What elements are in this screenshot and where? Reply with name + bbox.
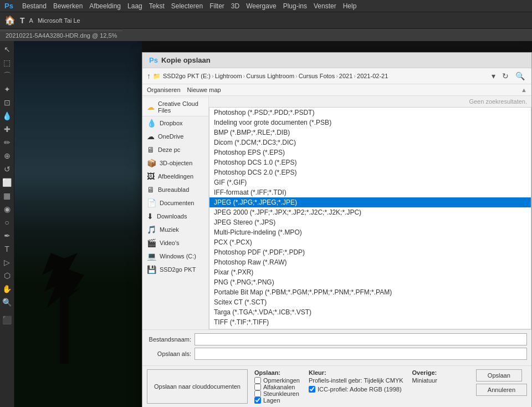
cancel-button[interactable]: Annuleren xyxy=(476,384,527,396)
sidebar-item-bureaublad[interactable]: 🖥 Bureaublad xyxy=(142,183,208,196)
brush-tool[interactable]: ✏ xyxy=(1,136,13,149)
format-item-18[interactable]: Portable Bit Map (*.PBM;*.PGM;*.PPM;*.PN… xyxy=(209,287,531,297)
nav-path-cursus-fotos[interactable]: Cursus Fotos xyxy=(299,73,335,79)
ok-button[interactable]: Opslaan xyxy=(476,369,522,381)
foreground-color[interactable]: ⬛ xyxy=(1,314,13,326)
format-item-8[interactable]: IFF-formaat (*.IFF;*.TDI) xyxy=(209,187,531,197)
save-cloud-button[interactable]: Opslaan naar clouddocumenten xyxy=(147,369,248,404)
pen-tool[interactable]: ✒ xyxy=(1,230,13,242)
sidebar-item-3d[interactable]: 📦 3D-objecten xyxy=(142,156,208,170)
documenten-icon: 📄 xyxy=(147,199,156,207)
canvas-tab[interactable]: 20210221-5A4A3280-HDR.dng @ 12,5% xyxy=(0,30,122,40)
format-item-17[interactable]: PNG (*.PNG;*.PNG) xyxy=(209,277,531,287)
opmerkingen-checkbox[interactable] xyxy=(254,377,261,384)
text-tool-icon[interactable]: T xyxy=(20,16,25,25)
nav-path-cursus-lr[interactable]: Cursus Lightroom xyxy=(246,73,294,79)
format-item-16[interactable]: Pixar (*.PXR) xyxy=(209,267,531,277)
format-item-12[interactable]: Multi-Picture-indeling (*.MPO) xyxy=(209,227,531,237)
nav-refresh-button[interactable]: ↻ xyxy=(500,70,511,82)
sidebar-item-windows[interactable]: 💻 Windows (C:) xyxy=(142,250,208,263)
sidebar-item-dropbox[interactable]: 💧 Dropbox xyxy=(142,116,208,130)
menu-bestand[interactable]: Bestand xyxy=(22,2,47,10)
cloud-header[interactable]: ☁ Creative Cloud Files xyxy=(142,98,208,116)
format-item-4[interactable]: Photoshop EPS (*.EPS) xyxy=(209,147,531,157)
menu-afbeelding[interactable]: Afbeelding xyxy=(89,2,121,10)
organise-button[interactable]: Organiseren xyxy=(147,87,181,93)
move-tool[interactable]: ↖ xyxy=(1,43,13,55)
nav-search-button[interactable]: 🔍 xyxy=(513,70,527,82)
clone-tool[interactable]: ⊕ xyxy=(1,150,13,162)
nav-path-drive[interactable]: SSD2go PKT (E:) xyxy=(163,73,211,79)
menu-3d[interactable]: 3D xyxy=(231,2,239,10)
sidebar-item-ssd[interactable]: 💾 SSD2go PKT xyxy=(142,263,208,276)
steunkleuren-checkbox[interactable] xyxy=(254,390,261,397)
alfakanalen-checkbox[interactable] xyxy=(254,384,261,390)
collapse-button[interactable]: ▲ xyxy=(521,87,527,93)
format-item-7[interactable]: GIF (*.GIF) xyxy=(209,177,531,187)
heal-tool[interactable]: ✚ xyxy=(1,123,13,135)
menu-plugins[interactable]: Plug-ins xyxy=(283,2,307,10)
format-item-13[interactable]: PCX (*.PCX) xyxy=(209,237,531,247)
blur-tool[interactable]: ◉ xyxy=(1,203,13,215)
format-item-3[interactable]: Dicom (*.DCM;*.DC3;*.DIC) xyxy=(209,138,531,147)
sidebar-item-afbeeldingen[interactable]: 🖼 Afbeeldingen xyxy=(142,170,208,183)
lasso-tool[interactable]: ⌒ xyxy=(1,70,13,82)
saveas-input[interactable]: Photoshop (*.PSD;*.PDD;*.PSDT) xyxy=(195,348,527,360)
fill-tool[interactable]: ▦ xyxy=(1,190,13,202)
sidebar-item-onedrive[interactable]: ☁ OneDrive xyxy=(142,130,208,143)
hand-tool[interactable]: ✋ xyxy=(1,283,13,295)
shape-tool[interactable]: ⬡ xyxy=(1,269,13,282)
nav-back-button[interactable]: ↑ xyxy=(147,72,151,80)
menu-venster[interactable]: Venster xyxy=(314,2,336,10)
text-tool[interactable]: T xyxy=(1,243,13,255)
alfakanalen-label: Alfakanalen xyxy=(263,384,295,390)
format-item-10[interactable]: JPEG 2000 (*.JPF;*.JPX;*.JP2;*.J2C;*.J2K… xyxy=(209,207,531,217)
home-icon[interactable]: 🏠 xyxy=(4,15,16,26)
icc-checkbox[interactable] xyxy=(309,386,315,393)
nav-path-lightroom[interactable]: Lightroom xyxy=(215,73,242,79)
text-tool-secondary[interactable]: A xyxy=(29,17,33,24)
new-folder-button[interactable]: Nieuwe map xyxy=(187,87,221,93)
history-tool[interactable]: ↺ xyxy=(1,163,13,175)
crop-tool[interactable]: ⊡ xyxy=(1,96,13,109)
sidebar-item-downloads[interactable]: ⬇ Downloads xyxy=(142,210,208,223)
sidebar-item-videos[interactable]: 🎬 Video's xyxy=(142,236,208,250)
format-item-20[interactable]: Targa (*.TGA;*.VDA;*.ICB;*.VST) xyxy=(209,307,531,317)
format-item-11[interactable]: JPEG Stereo (*.JPS) xyxy=(209,217,531,227)
lagen-checkbox[interactable] xyxy=(254,397,261,404)
format-item-5[interactable]: Photoshop DCS 1.0 (*.EPS) xyxy=(209,157,531,167)
overige-label: Overige: xyxy=(412,369,437,376)
eyedrop-tool[interactable]: 💧 xyxy=(1,110,13,122)
format-item-1[interactable]: Indeling voor grote documenten (*.PSB) xyxy=(209,118,531,128)
format-item-21[interactable]: TIFF (*.TIF;*.TIFF) xyxy=(209,317,531,327)
menu-filter[interactable]: Filter xyxy=(209,2,224,10)
format-item-14[interactable]: Photoshop PDF (*.PDF;*.PDP) xyxy=(209,247,531,257)
format-item-6[interactable]: Photoshop DCS 2.0 (*.EPS) xyxy=(209,167,531,177)
format-item-0[interactable]: Photoshop (*.PSD;*.PDD;*.PSDT) xyxy=(209,108,531,118)
format-item-19[interactable]: Scitex CT (*.SCT) xyxy=(209,297,531,307)
sidebar-item-muziek[interactable]: 🎵 Muziek xyxy=(142,223,208,236)
menu-tekst[interactable]: Tekst xyxy=(149,2,165,10)
menu-selecteren[interactable]: Selecteren xyxy=(171,2,203,10)
menu-weergave[interactable]: Weergave xyxy=(246,2,276,10)
sidebar-item-deze-pc[interactable]: 🖥 Deze pc xyxy=(142,143,208,156)
format-item-15[interactable]: Photoshop Raw (*.RAW) xyxy=(209,257,531,267)
magic-wand-tool[interactable]: ✦ xyxy=(1,83,13,95)
menu-bewerken[interactable]: Bewerken xyxy=(53,2,83,10)
zoom-tool[interactable]: 🔍 xyxy=(1,296,13,308)
nav-path-year[interactable]: 2021 xyxy=(339,73,352,79)
nav-dropdown-button[interactable]: ▾ xyxy=(489,70,498,82)
format-item-2[interactable]: BMP (*.BMP;*.RLE;*.DIB) xyxy=(209,128,531,138)
menu-help[interactable]: Help xyxy=(343,2,357,10)
sidebar-item-documenten[interactable]: 📄 Documenten xyxy=(142,196,208,210)
app-shell: Ps Bestand Bewerken Afbeelding Laag Teks… xyxy=(0,0,532,407)
nav-path-date[interactable]: 2021-02-21 xyxy=(357,73,388,79)
format-list[interactable]: Photoshop (*.PSD;*.PDD;*.PSDT)Indeling v… xyxy=(209,107,531,329)
select-tool[interactable]: ⬚ xyxy=(1,57,13,69)
eraser-tool[interactable]: ⬜ xyxy=(1,176,13,189)
path-tool[interactable]: ▷ xyxy=(1,256,13,268)
format-item-9[interactable]: JPEG (*.JPG;*.JPEG;*.JPE) xyxy=(209,197,531,207)
dodge-tool[interactable]: ○ xyxy=(1,216,13,228)
menu-laag[interactable]: Laag xyxy=(127,2,142,10)
filename-input[interactable] xyxy=(195,333,527,345)
